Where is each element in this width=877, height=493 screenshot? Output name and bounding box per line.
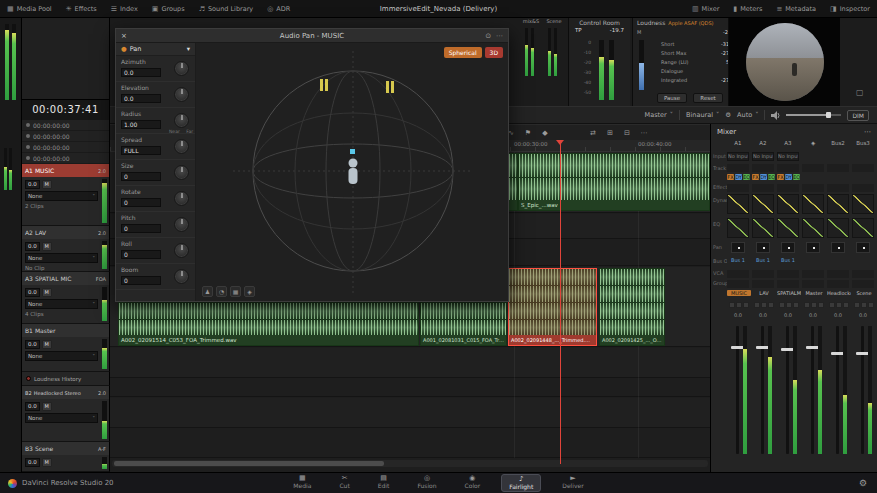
loudness-history-track[interactable]: Loudness History	[22, 372, 110, 386]
media-pool-button[interactable]: ▦Media Pool	[0, 0, 59, 18]
audio-clip-music-2[interactable]: S_Epic_...wav	[518, 153, 710, 211]
channel-eq-graph[interactable]	[852, 218, 874, 238]
audio-clip-foa-4[interactable]: A002_02091425_..._OA_Trimmed.wav	[599, 268, 665, 346]
channel-fader[interactable]	[752, 322, 776, 458]
channel-eq-graph[interactable]	[727, 218, 749, 238]
track-gain-field[interactable]: 0.0	[25, 340, 40, 349]
loudness-reset-button[interactable]: Reset	[693, 93, 723, 103]
channel-eq-graph[interactable]	[802, 218, 824, 238]
channel-rsm-buttons[interactable]	[779, 302, 799, 308]
channel-eq-graph[interactable]	[777, 218, 799, 238]
rotate-knob[interactable]	[174, 191, 189, 206]
track-bus-select[interactable]: None˅	[25, 351, 98, 361]
channel-dynamics-graph[interactable]	[802, 194, 824, 214]
rotate-value-field[interactable]: 0	[121, 198, 161, 207]
zoom-out-icon[interactable]: ⊟	[621, 127, 633, 139]
channel-rsm-buttons[interactable]	[804, 302, 824, 308]
roll-knob[interactable]	[174, 243, 189, 258]
marker-row[interactable]: 00:00:00:00	[22, 120, 109, 131]
track-mute-button[interactable]: M	[42, 288, 52, 297]
size-value-field[interactable]: 0	[121, 172, 161, 181]
channel-dynamics-graph[interactable]	[827, 194, 849, 214]
track-header-a3[interactable]: A3SPATIAL MICFOA 0.0M None˅ 4 Clips	[22, 272, 110, 324]
channel-dynamics-graph[interactable]	[727, 194, 749, 214]
3d-mode-button[interactable]: 3D	[485, 47, 503, 58]
channel-bus-output[interactable]: Bus 1	[752, 257, 774, 263]
channel-pan-control[interactable]	[831, 242, 845, 253]
track-mute-button[interactable]: M	[42, 340, 52, 349]
channel-fader[interactable]	[802, 322, 826, 458]
page-tab-color[interactable]: ◉Color	[458, 474, 488, 492]
page-tab-fusion[interactable]: ◎Fusion	[410, 474, 443, 492]
channel-rsm-buttons[interactable]	[829, 302, 849, 308]
page-tab-edit[interactable]: ▤Edit	[371, 474, 397, 492]
boom-knob[interactable]	[174, 269, 189, 284]
channel-pan-control[interactable]	[731, 242, 745, 253]
channel-fader[interactable]	[777, 322, 801, 458]
fx-badge[interactable]: FX	[777, 174, 784, 180]
track-bus-select[interactable]: None˅	[25, 299, 98, 309]
person-view-icon[interactable]: ♟	[202, 286, 213, 297]
page-tab-deliver[interactable]: ►Deliver	[555, 474, 590, 492]
track-gain-field[interactable]: 0.0	[25, 402, 40, 411]
track-gain-field[interactable]: 0.0	[25, 242, 40, 251]
audio-clip-foa-3-selected[interactable]: A002_02091448_..._Trimmed.wav	[508, 268, 597, 346]
monitor-settings-gear-icon[interactable]: ⚙	[725, 111, 731, 119]
groups-button[interactable]: ▣Groups	[145, 0, 192, 18]
track-gain-field[interactable]: 0.0	[25, 288, 40, 297]
dialog-titlebar[interactable]: × Audio Pan - MUSIC ⊙⋯	[116, 29, 508, 43]
playhead-top-marker[interactable]	[556, 140, 564, 149]
pan-sphere-view[interactable]: Spherical 3D	[196, 43, 508, 301]
track-mute-button[interactable]: M	[42, 180, 52, 189]
channel-fader[interactable]	[827, 322, 851, 458]
link-swap-icon[interactable]: ⇄	[587, 127, 599, 139]
channel-fader[interactable]	[852, 322, 876, 458]
room-view-icon[interactable]: ▦	[230, 286, 241, 297]
track-mute-button[interactable]: M	[42, 402, 52, 411]
eq-badge[interactable]: EQ	[743, 174, 750, 180]
elevation-knob[interactable]	[174, 87, 189, 102]
more-icon[interactable]: ⋯	[496, 32, 503, 40]
track-header-a1[interactable]: A1MUSIC2.0 0.0M None˅ 2 Clips	[22, 164, 110, 226]
flag-icon[interactable]: ⚑	[522, 127, 534, 139]
track-mute-button[interactable]: M	[42, 242, 52, 251]
track-header-a2[interactable]: A2LAV2.0 0.0M None˅ No Clip	[22, 226, 110, 272]
monitor-source-scene[interactable]: Scene	[543, 18, 565, 24]
channel-pan-control[interactable]	[856, 242, 870, 253]
loudness-preset[interactable]: Apple ASAF (QDS)	[668, 19, 713, 27]
channel-pan-control[interactable]	[756, 242, 770, 253]
sound-library-button[interactable]: ♬Sound Library	[192, 0, 261, 18]
spread-value-field[interactable]: FULL	[121, 146, 161, 155]
fx-badge[interactable]: FX	[752, 174, 759, 180]
close-icon[interactable]: ×	[121, 32, 127, 40]
channel-dynamics-graph[interactable]	[852, 194, 874, 214]
monitor-volume-slider[interactable]	[786, 114, 841, 116]
track-bus-select[interactable]: None˅	[25, 253, 98, 263]
track-header-b3[interactable]: B3SceneA-F 0.0M	[22, 442, 110, 472]
spherical-mode-button[interactable]: Spherical	[444, 47, 482, 58]
metadata-toggle-button[interactable]: ≡Metadata	[769, 0, 823, 18]
channel-input-select[interactable]: No Input	[727, 152, 749, 161]
settings-gear-icon[interactable]: ⚙	[859, 478, 877, 488]
page-tab-media[interactable]: ▦Media	[286, 474, 318, 492]
binaural-monitor-select[interactable]: Binaural˅	[686, 111, 719, 119]
monitor-source-mix[interactable]: mix&S	[520, 18, 542, 24]
pitch-value-field[interactable]: 0	[121, 224, 161, 233]
timeline-horizontal-scrollbar[interactable]	[112, 460, 708, 467]
fx-badge[interactable]: FX	[727, 174, 734, 180]
dynamics-badge[interactable]: DY	[785, 174, 792, 180]
expand-viewer-icon[interactable]: ▢	[856, 88, 864, 97]
collapse-icon[interactable]: ▾	[187, 45, 190, 53]
channel-bus-output[interactable]: Bus 1	[777, 257, 799, 263]
mixer-toggle-button[interactable]: ▥Mixer	[685, 0, 726, 18]
size-knob[interactable]	[174, 165, 189, 180]
channel-pan-control[interactable]	[806, 242, 820, 253]
pitch-knob[interactable]	[174, 217, 189, 232]
channel-eq-graph[interactable]	[752, 218, 774, 238]
track-header-b1[interactable]: B1Master 0.0M None˅	[22, 324, 110, 372]
track-bus-select[interactable]: None˅	[25, 413, 98, 423]
dynamics-badge[interactable]: DY	[735, 174, 742, 180]
channel-input-select[interactable]: No Input	[752, 152, 774, 161]
azimuth-value-field[interactable]: 0.0	[121, 68, 161, 77]
viewer-360-preview[interactable]	[728, 18, 840, 106]
